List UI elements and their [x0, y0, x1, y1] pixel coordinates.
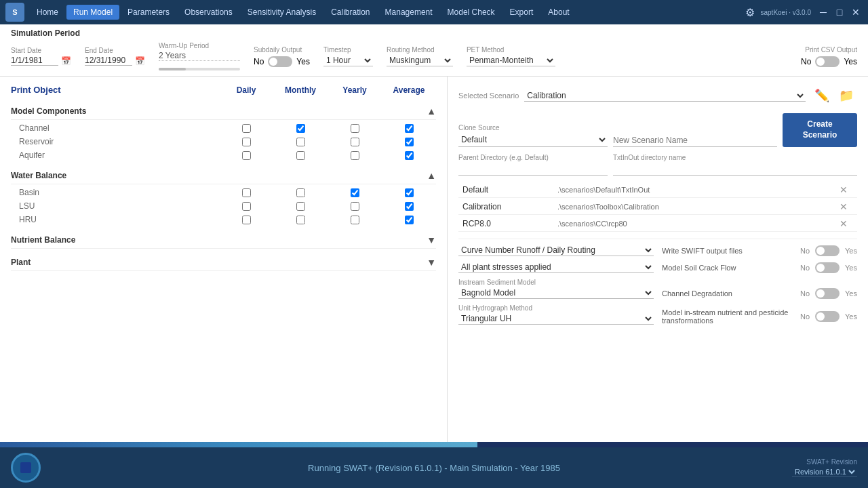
subdaily-toggle[interactable] [268, 56, 292, 67]
aquifer-average-checkbox[interactable] [405, 151, 414, 160]
hydro-field: Unit Hydrograph Method Triangular UH [458, 304, 654, 325]
nav-parameters[interactable]: Parameters [121, 5, 176, 20]
basin-monthly-checkbox[interactable] [296, 188, 305, 197]
nav-about[interactable]: About [541, 5, 576, 20]
new-scenario-input[interactable] [613, 134, 777, 147]
nutrient-toggle[interactable] [815, 311, 840, 322]
start-date-calendar-icon[interactable]: 📅 [61, 56, 71, 66]
channel-monthly-checkbox[interactable] [296, 124, 305, 133]
basin-daily-checkbox[interactable] [242, 188, 251, 197]
basin-label: Basin [11, 188, 219, 197]
scenario-delete-button[interactable]: ✕ [840, 201, 853, 212]
reservoir-daily-checkbox[interactable] [242, 138, 251, 146]
parent-dir-input[interactable] [458, 163, 608, 176]
hru-monthly-checkbox[interactable] [296, 216, 305, 224]
print-object-label: Print Object [11, 85, 219, 95]
end-date-calendar-icon[interactable]: 📅 [135, 56, 145, 66]
routing-select[interactable]: Muskingum [387, 55, 453, 66]
settings-icon[interactable]: ⚙ [745, 6, 755, 19]
scenario-delete-button[interactable]: ✕ [840, 218, 853, 229]
nav-management[interactable]: Management [378, 5, 439, 20]
nav-calibration[interactable]: Calibration [324, 5, 376, 20]
pet-select[interactable]: Penman-Monteith [467, 55, 555, 66]
channel-daily-checkbox[interactable] [242, 124, 251, 133]
nutrient-yes-label: Yes [845, 312, 857, 321]
scenario-list: Default .\scenarios\Default\TxtInOut ✕ C… [458, 182, 857, 232]
bottom-bar: Running SWAT+ (Revision 61.0.1) - Main S… [0, 447, 868, 488]
reservoir-monthly-checkbox[interactable] [296, 138, 305, 146]
print-csv-label: Print CSV Output [805, 46, 857, 54]
scenario-name: Calibration [462, 202, 557, 211]
model-components-rows: Channel Reservoir Aquifer [11, 121, 436, 162]
start-date-input[interactable] [11, 56, 58, 66]
stop-button[interactable] [11, 453, 41, 483]
revision-select[interactable]: Revision 61.0.1 [792, 467, 857, 477]
lsu-label: LSU [11, 201, 219, 211]
directory-field: TxtInOut directory name [613, 154, 857, 176]
timestep-field: Timestep 1 Hour [323, 46, 373, 66]
water-balance-label: Water Balance [11, 171, 219, 180]
scenario-delete-button[interactable]: ✕ [840, 184, 853, 195]
reservoir-average-checkbox[interactable] [405, 138, 414, 146]
table-row: HRU [11, 213, 436, 226]
create-scenario-button[interactable]: Create Scenario [783, 113, 857, 147]
nav-export[interactable]: Export [503, 5, 540, 20]
settings-row-1: Curve Number Runoff / Daily Routing Writ… [458, 245, 857, 256]
directory-input[interactable] [613, 163, 857, 176]
soil-crack-label: Model Soil Crack Flow [662, 264, 795, 272]
water-balance-toggle[interactable]: ▲ [427, 170, 436, 181]
hydro-select[interactable]: Triangular UH [458, 313, 654, 325]
simulation-controls: Start Date 📅 End Date 📅 Warm-Up Period 2… [11, 42, 857, 70]
warmup-slider[interactable] [159, 68, 240, 70]
maximize-button[interactable]: □ [833, 5, 846, 19]
lsu-yearly-checkbox[interactable] [351, 202, 359, 211]
folder-scenario-button[interactable]: 📁 [835, 85, 857, 106]
model-components-toggle[interactable]: ▲ [427, 106, 436, 117]
plant-stress-select[interactable]: All plant stresses applied [458, 262, 654, 273]
model-components-label: Model Components [11, 106, 219, 116]
hru-yearly-checkbox[interactable] [351, 216, 359, 224]
aquifer-monthly-checkbox[interactable] [296, 151, 305, 160]
channel-average-checkbox[interactable] [405, 124, 414, 133]
end-date-input[interactable] [85, 56, 132, 66]
lsu-daily-checkbox[interactable] [242, 202, 251, 211]
hru-average-checkbox[interactable] [405, 216, 414, 224]
basin-average-checkbox[interactable] [405, 188, 414, 197]
basin-yearly-checkbox[interactable] [351, 188, 359, 197]
nav-home[interactable]: Home [30, 5, 65, 20]
minimize-button[interactable]: ─ [816, 5, 830, 19]
hru-daily-checkbox[interactable] [242, 216, 251, 224]
reservoir-yearly-checkbox[interactable] [351, 138, 359, 146]
water-balance-rows: Basin LSU HRU [11, 186, 436, 226]
clone-source-select[interactable]: Default [458, 133, 608, 147]
soil-crack-toggle[interactable] [815, 262, 840, 273]
nav-right: ⚙ saptKoei · v3.0.0 ─ □ ✕ [745, 5, 863, 19]
nutrient-balance-toggle[interactable]: ▼ [427, 235, 436, 245]
nav-sensitivity[interactable]: Sensitivity Analysis [241, 5, 323, 20]
sediment-select[interactable]: Bagnold Model [458, 287, 654, 299]
subdaily-group: Subdaily Output No Yes [254, 46, 310, 67]
nav-run-model[interactable]: Run Model [66, 5, 119, 20]
directory-label: TxtInOut directory name [613, 154, 857, 161]
runoff-select[interactable]: Curve Number Runoff / Daily Routing [458, 245, 654, 256]
edit-scenario-button[interactable]: ✏️ [811, 85, 833, 106]
channel-yearly-checkbox[interactable] [351, 124, 359, 133]
aquifer-daily-checkbox[interactable] [242, 151, 251, 160]
plant-toggle[interactable]: ▼ [427, 257, 436, 268]
nav-observations[interactable]: Observations [178, 5, 239, 20]
nav-model-check[interactable]: Model Check [441, 5, 502, 20]
aquifer-yearly-checkbox[interactable] [351, 151, 359, 160]
lsu-monthly-checkbox[interactable] [296, 202, 305, 211]
selected-scenario-select[interactable]: Calibration [524, 90, 806, 102]
simulation-title: Simulation Period [11, 28, 857, 38]
new-scenario-field [613, 134, 777, 147]
close-button[interactable]: ✕ [849, 5, 863, 19]
left-panel: Print Object Daily Monthly Yearly Averag… [0, 77, 448, 442]
print-csv-toggle[interactable] [815, 56, 840, 67]
swift-yes-label: Yes [845, 247, 857, 255]
timestep-select[interactable]: 1 Hour [323, 55, 373, 66]
channel-deg-toggle[interactable] [815, 288, 840, 299]
subdaily-label: Subdaily Output [254, 46, 310, 54]
lsu-average-checkbox[interactable] [405, 202, 414, 211]
swift-toggle[interactable] [815, 245, 840, 256]
